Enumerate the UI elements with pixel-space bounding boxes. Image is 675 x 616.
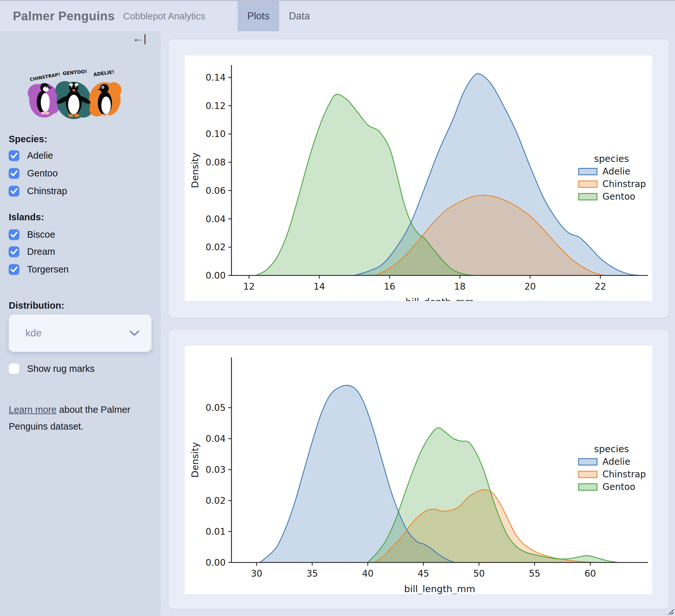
legend-swatch-chinstrap [579,181,597,187]
y-axis-tick-label: 0.02 [206,242,226,253]
x-axis-tick-label: 22 [595,281,606,292]
checkbox-row-biscoe[interactable]: Biscoe [9,226,55,243]
x-axis-label: bill_length_mm [404,584,475,594]
islands-heading: Islands: [9,212,44,222]
checkbox-label: Dream [27,247,55,257]
legend-label-gentoo: Gentoo [602,482,635,492]
x-axis-tick-label: 35 [307,568,318,579]
y-axis-label: Density [190,442,201,478]
y-axis-label: Density [190,152,201,188]
bill-length-plot-card: 303540455055600.000.010.020.030.040.05bi… [169,330,669,609]
x-axis-tick-label: 45 [418,568,429,579]
chinstrap-label: CHINSTRAP! [29,72,61,82]
learn-more-link[interactable]: Learn more [9,404,56,415]
checkbox-adelie[interactable] [9,150,19,161]
app-subtitle: Cobblepot Analytics [123,1,205,31]
x-axis-tick-label: 60 [584,568,596,579]
y-axis-tick-label: 0.12 [206,100,226,111]
distribution-selected-value: kde [25,327,42,339]
legend-label-gentoo: Gentoo [602,191,635,202]
bill-depth-kde-plot: 1214161820220.000.020.040.060.080.100.12… [185,56,652,301]
checkbox-row-adelie[interactable]: Adelie [9,147,53,164]
check-icon [9,168,19,179]
y-axis-tick-label: 0.14 [206,72,226,83]
y-axis-tick-label: 0.06 [206,186,226,196]
legend-label-chinstrap: Chinstrap [602,179,646,189]
checkbox-label: Gentoo [27,168,58,179]
legend-title: species [594,153,629,164]
header: Palmer Penguins Cobblepot Analytics Plot… [0,0,675,31]
x-axis-tick-label: 50 [473,568,485,579]
species-heading: Species: [9,134,47,144]
rug-marks-checkbox[interactable] [9,363,19,374]
x-axis-tick-label: 30 [251,568,262,579]
learn-more-text: Learn more about the Palmer Penguins dat… [9,401,157,435]
y-axis-tick-label: 0.02 [206,495,226,506]
tab-data[interactable]: Data [279,1,319,31]
penguins-artwork-image: CHINSTRAP! GENTOO! ADÉLIE! [10,46,129,120]
y-axis-tick-label: 0.08 [206,157,226,168]
bill-length-kde-plot: 303540455055600.000.010.020.030.040.05bi… [185,346,652,594]
legend-label-adelie: Adelie [602,456,630,467]
legend-title: species [594,443,629,455]
checkbox-gentoo[interactable] [9,168,19,179]
distribution-select[interactable]: kde [9,315,151,352]
sidebar: ←| [0,31,160,616]
x-axis-tick-label: 12 [243,281,255,292]
app-title: Palmer Penguins [13,1,115,31]
legend-swatch-chinstrap [579,471,597,478]
sidebar-collapse-icon[interactable]: ←| [133,32,146,45]
checkbox-biscoe[interactable] [9,229,19,240]
checkbox-row-torgersen[interactable]: Torgersen [9,261,69,278]
checkbox-chinstrap[interactable] [9,186,19,196]
legend-swatch-gentoo [579,484,597,490]
rug-marks-label: Show rug marks [27,363,95,374]
app-window: Palmer Penguins Cobblepot Analytics Plot… [0,0,675,616]
check-icon [9,247,19,257]
x-axis-label: bill_depth_mm [405,296,474,301]
checkbox-label: Chinstrap [27,186,67,196]
checkbox-row-chinstrap[interactable]: Chinstrap [9,182,67,200]
check-icon [9,186,19,196]
x-axis-tick-label: 14 [314,281,325,292]
legend-swatch-adelie [579,459,597,465]
x-axis-tick-label: 55 [529,568,541,579]
legend-label-adelie: Adelie [602,166,630,177]
bill-depth-plot-card: 1214161820220.000.020.040.060.080.100.12… [169,39,669,318]
y-axis-tick-label: 0.03 [206,464,226,475]
x-axis-tick-label: 16 [384,281,395,292]
x-axis-tick-label: 20 [524,281,536,292]
y-axis-tick-label: 0.00 [206,270,226,281]
legend-swatch-gentoo [579,194,597,200]
check-icon [9,229,19,240]
check-icon [9,264,19,275]
checkbox-row-dream[interactable]: Dream [9,243,55,260]
distribution-heading: Distribution: [9,300,64,311]
checkbox-label: Adelie [27,150,53,161]
y-axis-tick-label: 0.05 [206,403,226,413]
checkbox-label: Biscoe [27,229,55,240]
legend-swatch-adelie [579,168,597,175]
checkbox-label: Torgersen [27,264,69,275]
y-axis-tick-label: 0.00 [206,557,226,568]
nav-tabs: Plots Data [238,1,319,31]
legend-label-chinstrap: Chinstrap [602,469,646,480]
y-axis-tick-label: 0.04 [206,433,226,444]
x-axis-tick-label: 18 [454,281,466,292]
rug-marks-checkbox-row[interactable]: Show rug marks [9,360,95,378]
tab-plots[interactable]: Plots [238,1,279,31]
y-axis-tick-label: 0.04 [206,214,226,224]
checkbox-torgersen[interactable] [9,264,19,275]
checkbox-dream[interactable] [9,247,19,257]
checkbox-row-gentoo[interactable]: Gentoo [9,164,58,182]
check-icon [9,150,19,161]
gentoo-label: GENTOO! [63,68,87,76]
adelie-label: ADÉLIE! [93,69,115,77]
y-axis-tick-label: 0.01 [206,526,226,537]
x-axis-tick-label: 40 [362,568,374,579]
chevron-down-icon [129,330,140,337]
resize-grip-icon[interactable] [666,607,674,615]
y-axis-tick-label: 0.10 [206,129,226,139]
